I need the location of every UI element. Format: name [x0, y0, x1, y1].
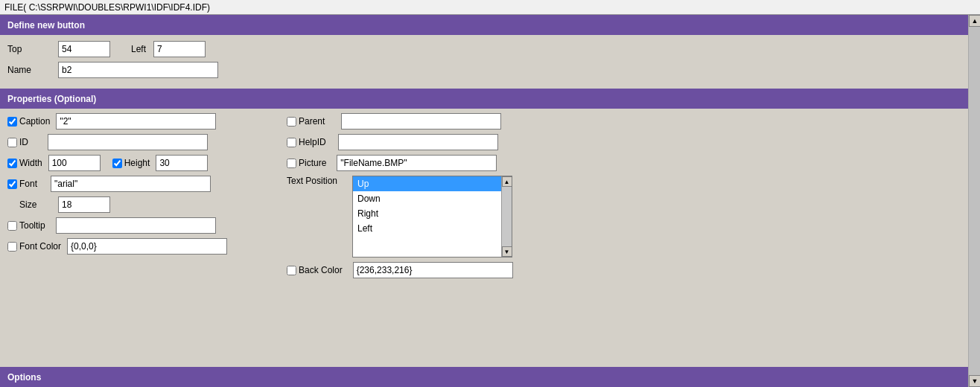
- height-checkbox-label[interactable]: Height: [112, 158, 150, 168]
- text-position-option-down[interactable]: Down: [353, 191, 512, 206]
- define-section-header: Define new button: [0, 15, 968, 35]
- scroll-up-arrow[interactable]: ▲: [502, 176, 512, 187]
- picture-checkbox-label[interactable]: Picture: [287, 158, 326, 168]
- parent-checkbox-label[interactable]: Parent: [287, 116, 325, 127]
- font-color-checkbox-label[interactable]: Font Color: [7, 241, 61, 252]
- scroll-track-main: [969, 27, 980, 375]
- back-color-checkbox-label[interactable]: Back Color: [287, 265, 343, 275]
- tooltip-input[interactable]: [56, 217, 216, 234]
- tooltip-checkbox[interactable]: [7, 221, 17, 231]
- scroll-down-button[interactable]: ▼: [969, 375, 980, 387]
- width-checkbox-label[interactable]: Width: [7, 158, 42, 168]
- properties-section-header: Properties (Optional): [0, 89, 968, 109]
- width-checkbox[interactable]: [7, 159, 17, 168]
- font-input[interactable]: [51, 176, 211, 192]
- caption-input[interactable]: [56, 113, 216, 129]
- id-checkbox[interactable]: [7, 138, 17, 147]
- text-position-label: Text Position: [287, 176, 346, 186]
- title-bar: FILE( C:\SSRPWI\DOUBLES\RPWI1\IDF\IDF4.I…: [0, 0, 980, 15]
- parent-input[interactable]: [341, 113, 501, 129]
- title-text: FILE( C:\SSRPWI\DOUBLES\RPWI1\IDF\IDF4.I…: [4, 2, 210, 13]
- text-position-dropdown[interactable]: Up Down Right Left ▲ ▼: [352, 176, 512, 258]
- name-label: Name: [7, 65, 52, 75]
- width-input[interactable]: [48, 155, 101, 171]
- scroll-up-button[interactable]: ▲: [969, 15, 980, 27]
- tooltip-checkbox-label[interactable]: Tooltip: [7, 220, 45, 231]
- font-color-input[interactable]: [67, 238, 227, 255]
- helpid-input[interactable]: [338, 134, 498, 150]
- id-input[interactable]: [48, 134, 208, 150]
- size-input[interactable]: [58, 196, 110, 213]
- text-position-option-up[interactable]: Up: [353, 176, 512, 191]
- name-input[interactable]: [58, 62, 218, 78]
- font-color-checkbox[interactable]: [7, 242, 17, 252]
- caption-checkbox[interactable]: [7, 117, 17, 127]
- back-color-input[interactable]: [353, 262, 513, 278]
- top-input[interactable]: [58, 41, 110, 57]
- picture-input[interactable]: [337, 155, 497, 171]
- height-input[interactable]: [156, 155, 208, 171]
- top-label: Top: [7, 44, 52, 54]
- left-input[interactable]: [153, 41, 206, 57]
- back-color-checkbox[interactable]: [287, 266, 296, 275]
- text-position-option-right[interactable]: Right: [353, 206, 512, 221]
- scroll-track: [502, 187, 512, 246]
- dropdown-scrollbar: ▲ ▼: [501, 176, 512, 257]
- helpid-checkbox-label[interactable]: HelpID: [287, 137, 326, 147]
- main-scrollbar: ▲ ▼: [968, 15, 980, 387]
- left-label: Left: [131, 44, 146, 54]
- font-checkbox-label[interactable]: Font: [7, 179, 37, 189]
- font-checkbox[interactable]: [7, 179, 17, 189]
- picture-checkbox[interactable]: [287, 159, 296, 168]
- parent-checkbox[interactable]: [287, 117, 296, 127]
- height-checkbox[interactable]: [112, 159, 122, 168]
- options-section-header: Options: [0, 367, 968, 387]
- text-position-option-left[interactable]: Left: [353, 221, 512, 236]
- id-checkbox-label[interactable]: ID: [7, 137, 28, 147]
- caption-checkbox-label[interactable]: Caption: [7, 116, 50, 127]
- helpid-checkbox[interactable]: [287, 138, 296, 147]
- size-label: Size: [7, 199, 52, 210]
- scroll-down-arrow[interactable]: ▼: [502, 246, 512, 257]
